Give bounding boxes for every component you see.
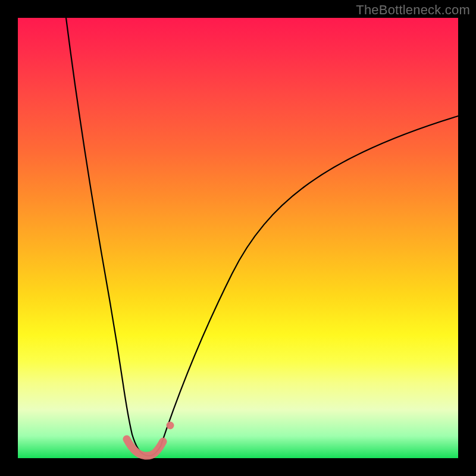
salmon-dot [167,422,174,430]
chart-frame: TheBottleneck.com [0,0,476,476]
watermark-text: TheBottleneck.com [356,2,470,18]
curve-layer [18,18,458,458]
plot-area [18,18,458,458]
salmon-valley-band [127,439,163,456]
left-branch-curve [66,18,132,434]
right-branch-curve [161,116,458,446]
